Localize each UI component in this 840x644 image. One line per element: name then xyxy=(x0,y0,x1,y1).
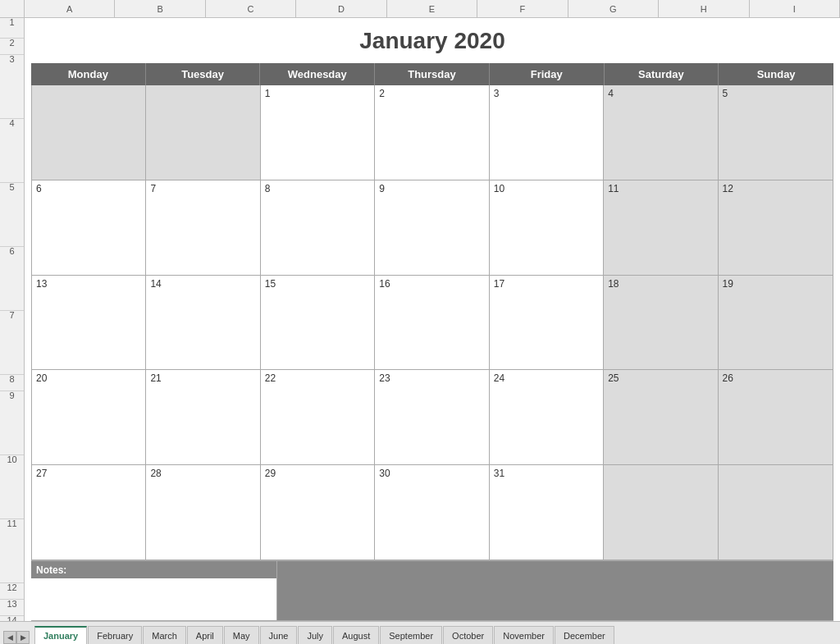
sheet-tab-march[interactable]: March xyxy=(143,626,186,644)
cal-day-empty-4-5[interactable] xyxy=(604,465,718,560)
cal-day-10-1-4[interactable]: 10 xyxy=(490,180,604,275)
cal-day-25-3-5[interactable]: 25 xyxy=(604,370,718,464)
row-num-13: 13 xyxy=(0,600,24,616)
cal-day-16-2-3[interactable]: 16 xyxy=(375,276,489,370)
col-header-b: B xyxy=(115,0,205,17)
sheet-tab-june[interactable]: June xyxy=(260,626,298,644)
day-number: 14 xyxy=(150,278,161,290)
day-number: 24 xyxy=(494,372,504,384)
row-num-10: 10 xyxy=(0,455,24,519)
cal-header-thursday: Thursday xyxy=(375,63,490,85)
row-num-3: 3 xyxy=(0,55,24,119)
cal-day-24-3-4[interactable]: 24 xyxy=(490,370,604,464)
cal-day-30-4-3[interactable]: 30 xyxy=(375,465,489,560)
cal-day-1-0-2[interactable]: 1 xyxy=(261,85,375,180)
sheet-tab-august[interactable]: August xyxy=(333,626,379,644)
day-number: 28 xyxy=(150,468,161,479)
cal-header-sunday: Sunday xyxy=(719,63,833,85)
col-header-f: F xyxy=(477,0,568,17)
main-area: 12345678910111213141516171819 January 20… xyxy=(0,18,840,621)
day-number: 25 xyxy=(608,372,619,384)
day-number: 23 xyxy=(379,372,390,384)
sheet-tab-december[interactable]: December xyxy=(555,626,614,644)
tab-arrow-left[interactable]: ◀ xyxy=(3,631,16,644)
cal-header-wednesday: Wednesday xyxy=(260,63,375,85)
cal-day-11-1-5[interactable]: 11 xyxy=(604,180,718,275)
col-header-d: D xyxy=(296,0,386,17)
cal-day-empty-4-6[interactable] xyxy=(719,465,833,560)
calendar-body: 1234567891011121314151617181920212223242… xyxy=(31,85,833,560)
row-num-5: 5 xyxy=(0,183,24,247)
col-header-c: C xyxy=(206,0,296,17)
day-number: 26 xyxy=(723,372,733,384)
cal-week-5: 2728293031 xyxy=(32,465,833,560)
cal-day-empty-0-0[interactable] xyxy=(32,85,146,180)
col-header-h: H xyxy=(659,0,749,17)
cal-day-18-2-5[interactable]: 18 xyxy=(604,276,718,370)
sheet-tab-september[interactable]: September xyxy=(380,626,442,644)
col-header-g: G xyxy=(568,0,659,17)
sheet-tab-november[interactable]: November xyxy=(494,626,554,644)
cal-week-1: 12345 xyxy=(32,85,833,180)
cal-day-12-1-6[interactable]: 12 xyxy=(719,180,833,275)
day-number: 22 xyxy=(265,372,276,384)
cal-day-17-2-4[interactable]: 17 xyxy=(490,276,604,370)
day-number: 9 xyxy=(379,183,385,194)
tab-arrow-right[interactable]: ▶ xyxy=(16,631,30,644)
day-number: 3 xyxy=(494,88,500,99)
cal-week-3: 13141516171819 xyxy=(32,276,833,371)
row-num-6: 6 xyxy=(0,247,24,311)
cal-day-27-4-0[interactable]: 27 xyxy=(32,465,146,560)
day-number: 12 xyxy=(723,183,733,194)
calendar-wrapper: January 2020 MondayTuesdayWednesdayThurs… xyxy=(25,18,840,621)
day-number: 30 xyxy=(379,468,390,479)
notes-content-row xyxy=(31,578,833,621)
cal-day-6-1-0[interactable]: 6 xyxy=(32,180,146,275)
sheet-tab-july[interactable]: July xyxy=(298,626,332,644)
sheet-tab-april[interactable]: April xyxy=(187,626,223,644)
cal-day-3-0-4[interactable]: 3 xyxy=(490,85,604,180)
day-number: 27 xyxy=(36,468,47,479)
cal-day-20-3-0[interactable]: 20 xyxy=(32,370,146,464)
cal-day-4-0-5[interactable]: 4 xyxy=(604,85,718,180)
sheet-tab-may[interactable]: May xyxy=(224,626,259,644)
cal-day-8-1-2[interactable]: 8 xyxy=(261,180,375,275)
cal-day-28-4-1[interactable]: 28 xyxy=(146,465,260,560)
cal-week-4: 20212223242526 xyxy=(32,370,833,465)
tab-navigation[interactable]: ◀ ▶ xyxy=(3,631,30,644)
row-num-7: 7 xyxy=(0,311,24,375)
notes-left[interactable] xyxy=(31,578,277,621)
cal-day-7-1-1[interactable]: 7 xyxy=(146,180,260,275)
cal-day-31-4-4[interactable]: 31 xyxy=(490,465,604,560)
notes-empty-header xyxy=(277,561,833,578)
notes-row: Notes: xyxy=(31,560,833,578)
day-number: 7 xyxy=(150,183,156,194)
sheet-tab-october[interactable]: October xyxy=(443,626,493,644)
cal-day-29-4-2[interactable]: 29 xyxy=(261,465,375,560)
day-number: 6 xyxy=(36,183,42,194)
sheet-tab-february[interactable]: February xyxy=(88,626,142,644)
day-number: 15 xyxy=(265,278,276,290)
cal-day-23-3-3[interactable]: 23 xyxy=(375,370,489,464)
cal-day-2-0-3[interactable]: 2 xyxy=(375,85,489,180)
cal-day-26-3-6[interactable]: 26 xyxy=(719,370,833,464)
day-number: 13 xyxy=(36,278,47,290)
cal-day-22-3-2[interactable]: 22 xyxy=(261,370,375,464)
cal-day-14-2-1[interactable]: 14 xyxy=(146,276,260,370)
cal-day-5-0-6[interactable]: 5 xyxy=(719,85,833,180)
row-numbers: 12345678910111213141516171819 xyxy=(0,18,25,621)
cal-day-13-2-0[interactable]: 13 xyxy=(32,276,146,370)
cal-day-empty-0-1[interactable] xyxy=(146,85,260,180)
cal-day-9-1-3[interactable]: 9 xyxy=(375,180,489,275)
day-number: 17 xyxy=(494,278,504,290)
day-number: 16 xyxy=(379,278,390,290)
cal-day-15-2-2[interactable]: 15 xyxy=(261,276,375,370)
cal-day-21-3-1[interactable]: 21 xyxy=(146,370,260,464)
row-num-12: 12 xyxy=(0,583,24,600)
sheet-tab-january[interactable]: January xyxy=(34,626,87,644)
cal-day-19-2-6[interactable]: 19 xyxy=(719,276,833,370)
day-number: 20 xyxy=(36,372,47,384)
notes-right[interactable] xyxy=(277,578,833,621)
col-header-e: E xyxy=(387,0,477,17)
sheet-tabs: ◀ ▶ JanuaryFebruaryMarchAprilMayJuneJuly… xyxy=(0,621,840,644)
